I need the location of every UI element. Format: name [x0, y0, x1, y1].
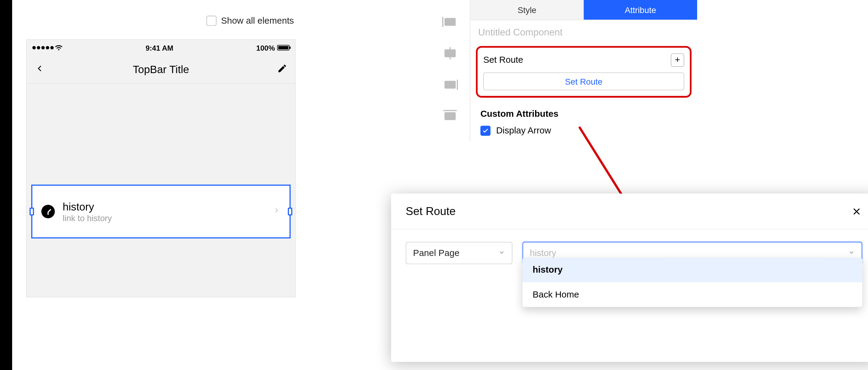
route-target-placeholder: history — [530, 248, 556, 258]
wifi-icon — [55, 43, 63, 53]
tab-attribute[interactable]: Attribute — [584, 0, 697, 20]
display-arrow-label: Display Arrow — [496, 126, 551, 136]
dropdown-option-history[interactable]: history — [523, 258, 862, 282]
route-type-value: Panel Page — [413, 248, 460, 258]
align-left-icon[interactable] — [445, 18, 456, 26]
chevron-right-icon — [273, 206, 280, 216]
chevron-down-icon — [848, 248, 855, 258]
clock-icon — [41, 205, 55, 218]
status-bar: 9:41 AM 100% — [27, 40, 295, 56]
top-bar: TopBar Title — [27, 56, 295, 83]
component-name-label: Untitled Component — [470, 20, 697, 45]
custom-attributes-section: Custom Attributes Display Arrow — [470, 103, 697, 141]
selected-list-item[interactable]: history link to history — [31, 185, 291, 239]
resize-handle-left[interactable] — [29, 208, 34, 215]
pencil-icon[interactable] — [277, 63, 287, 75]
modal-title: Set Route — [406, 205, 456, 218]
close-icon — [851, 206, 862, 217]
route-options-dropdown: history Back Home — [523, 258, 862, 307]
device-preview: 9:41 AM 100% TopBar Title — [26, 39, 296, 298]
set-route-button[interactable]: Set Route — [483, 72, 684, 90]
align-right-icon[interactable] — [445, 81, 456, 89]
align-center-icon[interactable] — [445, 49, 456, 57]
set-route-modal: Set Route Panel Page history history Bac… — [391, 194, 868, 362]
display-arrow-checkbox[interactable] — [480, 126, 491, 136]
list-item-title: history — [63, 200, 112, 213]
plus-icon: + — [675, 55, 680, 65]
custom-attributes-heading: Custom Attributes — [480, 109, 687, 119]
design-canvas: Show all elements 9:41 AM 100% — [12, 0, 439, 298]
panel-tabs: Style Attribute — [470, 0, 697, 20]
tab-style[interactable]: Style — [470, 0, 584, 20]
checkbox-unchecked-icon[interactable] — [206, 16, 216, 26]
back-arrow-icon[interactable] — [35, 63, 44, 75]
alignment-toolbar — [439, 11, 461, 197]
show-all-label: Show all elements — [221, 16, 294, 26]
chevron-down-icon — [498, 248, 505, 258]
battery-indicator: 100% — [256, 43, 289, 52]
add-route-button[interactable]: + — [671, 54, 684, 67]
battery-icon — [277, 45, 289, 51]
resize-handle-right[interactable] — [288, 208, 292, 215]
dropdown-option-back-home[interactable]: Back Home — [523, 282, 862, 307]
battery-percent: 100% — [256, 43, 275, 52]
close-button[interactable] — [851, 206, 862, 217]
set-route-section-highlight: Set Route + Set Route — [476, 46, 691, 98]
signal-wifi-indicator — [32, 43, 63, 53]
route-type-select[interactable]: Panel Page — [406, 242, 513, 264]
status-time: 9:41 AM — [146, 43, 173, 52]
check-icon — [482, 127, 489, 134]
align-top-icon[interactable] — [445, 112, 456, 120]
set-route-heading: Set Route — [483, 55, 523, 65]
list-item-subtitle: link to history — [63, 213, 112, 222]
property-panel: Style Attribute Untitled Component Set R… — [470, 0, 697, 141]
show-all-elements-toggle[interactable]: Show all elements — [206, 16, 294, 26]
topbar-title: TopBar Title — [133, 63, 189, 75]
